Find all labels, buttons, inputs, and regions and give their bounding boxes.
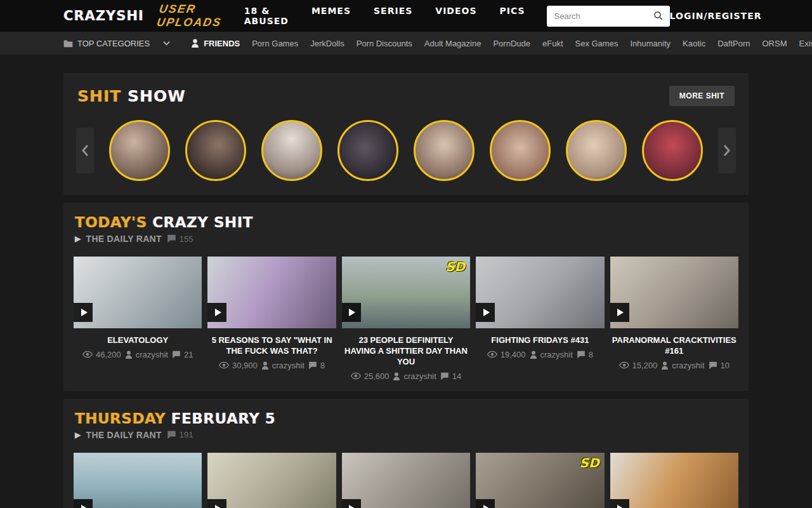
video-card[interactable] — [74, 453, 202, 508]
partner-link-adult-magazine[interactable]: Adult Magazine — [424, 39, 481, 48]
partner-link-porn-games[interactable]: Porn Games — [252, 39, 298, 48]
video-thumbnail[interactable] — [342, 453, 470, 508]
more-shit-button[interactable]: MORE SHIT — [669, 86, 735, 106]
rant-comment-count: 191 — [167, 430, 193, 439]
menu-item-videos[interactable]: VIDEOS — [435, 6, 476, 26]
partner-link-efukt[interactable]: eFukt — [542, 39, 563, 48]
partner-link-inhumanity[interactable]: Inhumanity — [630, 39, 671, 48]
play-icon — [74, 499, 93, 508]
partner-link-sex-games[interactable]: Sex Games — [575, 39, 619, 48]
todays-section: TODAY'S CRAZY SHIT ▶ THE DAILY RANT 155 … — [63, 203, 749, 391]
video-card[interactable]: SD — [476, 453, 604, 508]
daily-rant-link[interactable]: ▶ THE DAILY RANT — [75, 234, 162, 244]
uploader-icon — [530, 351, 537, 359]
partner-link-existenz[interactable]: Existenz — [799, 39, 812, 48]
video-thumbnail[interactable]: SD — [476, 453, 604, 508]
carousel-thumb[interactable] — [490, 120, 551, 181]
video-thumbnail[interactable] — [74, 453, 202, 508]
video-thumbnail[interactable] — [74, 257, 202, 328]
video-thumbnail[interactable] — [476, 257, 604, 328]
login-register-link[interactable]: LOGIN/REGISTER — [670, 11, 762, 21]
menu-item-18-abused[interactable]: 18 & ABUSED — [244, 6, 289, 26]
friends-link[interactable]: FRIENDS — [191, 39, 240, 48]
carousel-thumb[interactable] — [414, 120, 475, 181]
main-menu: 18 & ABUSED MEMES SERIES VIDEOS PICS — [244, 6, 525, 26]
partner-link-porndude[interactable]: PornDude — [493, 39, 530, 48]
video-title-link[interactable]: PARANORMAL CRACKTIVITIES #161 — [612, 335, 737, 357]
video-card[interactable]: FIGHTING FRIDAYS #431 19,400 crazyshit 8 — [476, 257, 604, 381]
play-triangle-icon: ▶ — [75, 431, 81, 439]
play-icon — [342, 499, 361, 508]
search-submit-button[interactable] — [651, 9, 666, 24]
menu-item-series[interactable]: SERIES — [374, 6, 412, 26]
views-eye-icon — [219, 361, 229, 369]
play-icon — [476, 499, 495, 508]
top-bar: CRAZYSHI USER UPLOADS 18 & ABUSED MEMES … — [0, 0, 812, 32]
comment-icon — [577, 351, 586, 359]
shit-show-title: SHIT SHOW — [77, 87, 186, 105]
uploader-name[interactable]: crazyshit — [272, 361, 304, 370]
shit-show-carousel — [74, 120, 738, 185]
video-title-link[interactable]: 5 REASONS TO SAY "WHAT IN THE FUCK WAS T… — [209, 335, 334, 357]
uploader-icon — [393, 372, 400, 380]
carousel-thumb[interactable] — [185, 120, 246, 181]
video-thumbnail[interactable] — [207, 257, 336, 328]
carousel-thumb[interactable] — [566, 120, 627, 181]
video-thumbnail[interactable] — [207, 453, 336, 508]
video-card[interactable]: ELEVATOLOGY 46,200 crazyshit 21 — [74, 257, 202, 381]
carousel-next-button[interactable] — [718, 128, 736, 173]
play-triangle-icon: ▶ — [75, 234, 81, 243]
play-icon — [610, 499, 629, 508]
video-thumbnail[interactable] — [610, 453, 738, 508]
carousel-thumb[interactable] — [109, 120, 170, 181]
views-eye-icon — [619, 361, 629, 369]
comment-icon — [440, 372, 449, 380]
chevron-down-icon — [163, 41, 170, 46]
video-card[interactable] — [342, 453, 470, 508]
video-title-link[interactable]: ELEVATOLOGY — [75, 335, 200, 346]
uploader-icon — [125, 351, 133, 359]
section-title: TODAY'S CRAZY SHIT — [74, 213, 738, 231]
uploader-name[interactable]: crazyshit — [540, 350, 573, 359]
uploader-name[interactable]: crazyshit — [136, 350, 168, 359]
uploader-name[interactable]: crazyshit — [672, 361, 704, 370]
folder-icon — [63, 39, 73, 48]
video-card[interactable]: 5 REASONS TO SAY "WHAT IN THE FUCK WAS T… — [207, 257, 336, 381]
video-title-link[interactable]: 23 PEOPLE DEFINITELY HAVING A SHITTIER D… — [343, 335, 469, 368]
partner-link-porn-discounts[interactable]: Porn Discounts — [357, 39, 412, 48]
play-icon — [207, 303, 226, 322]
site-logo[interactable]: CRAZYSHI — [63, 8, 144, 23]
video-title-link[interactable]: FIGHTING FRIDAYS #431 — [477, 335, 603, 346]
video-stats: 30,900 crazyshit 8 — [207, 361, 336, 370]
partner-link-kaotic[interactable]: Kaotic — [683, 39, 705, 48]
play-icon — [207, 499, 226, 508]
video-card[interactable] — [207, 453, 336, 508]
video-thumbnail[interactable]: SD — [342, 257, 470, 328]
menu-item-pics[interactable]: PICS — [500, 6, 525, 26]
person-icon — [191, 39, 199, 48]
partner-link-jerkdolls[interactable]: JerkDolls — [310, 39, 344, 48]
carousel-thumb[interactable] — [642, 120, 703, 181]
carousel-thumb[interactable] — [261, 120, 322, 181]
video-card[interactable] — [610, 453, 738, 508]
carousel-prev-button[interactable] — [76, 128, 94, 173]
chevron-right-icon — [723, 144, 731, 157]
partner-link-daftporn[interactable]: DaftPorn — [717, 39, 750, 48]
uploader-name[interactable]: crazyshit — [403, 371, 436, 381]
carousel-thumb[interactable] — [337, 120, 398, 181]
menu-item-memes[interactable]: MEMES — [311, 6, 351, 26]
search-box — [547, 6, 670, 27]
daily-rant-link[interactable]: ▶ THE DAILY RANT — [75, 430, 162, 440]
site-tagline: USER UPLOADS — [155, 3, 225, 29]
shit-show-panel: SHIT SHOW MORE SHIT — [63, 73, 749, 195]
friends-label: FRIENDS — [204, 39, 240, 48]
top-categories-dropdown[interactable]: TOP CATEGORIES — [63, 39, 170, 48]
partner-link-orsm[interactable]: ORSM — [762, 39, 787, 48]
video-thumbnail[interactable] — [610, 257, 738, 328]
sub-nav: TOP CATEGORIES FRIENDS Porn Games JerkDo… — [0, 32, 812, 55]
comment-icon — [167, 234, 176, 243]
sd-quality-badge: SD — [445, 259, 465, 274]
video-card[interactable]: SD 23 PEOPLE DEFINITELY HAVING A SHITTIE… — [342, 257, 470, 381]
comment-icon — [167, 431, 176, 439]
video-card[interactable]: PARANORMAL CRACKTIVITIES #161 15,200 cra… — [610, 257, 738, 381]
